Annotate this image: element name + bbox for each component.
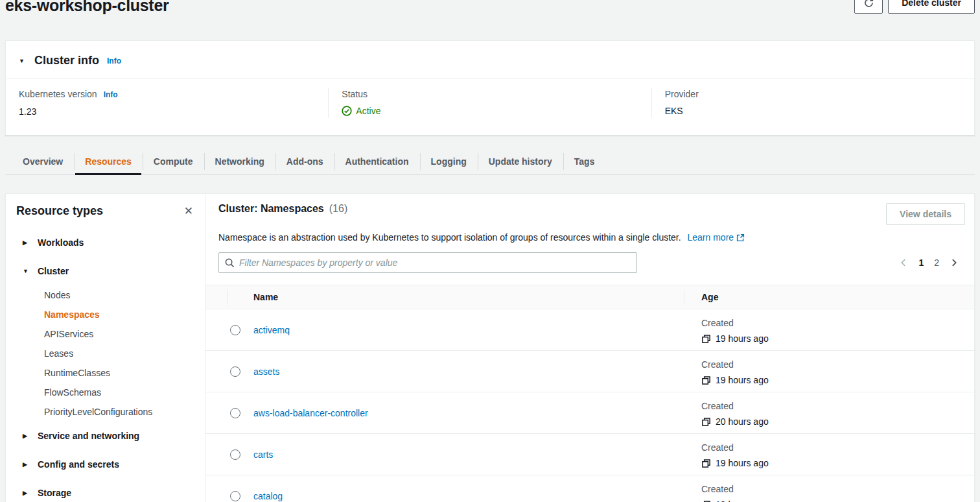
namespace-link[interactable]: catalog: [253, 491, 283, 501]
copy-icon[interactable]: [701, 500, 711, 502]
resources-panel: Resource types ✕ ▶Workloads▼ClusterNodes…: [5, 193, 975, 502]
cluster-info-title: Cluster info: [34, 54, 99, 67]
info-link[interactable]: Info: [104, 88, 118, 101]
refresh-icon: [863, 0, 874, 8]
copy-icon[interactable]: [701, 417, 711, 427]
sidebar-item-nodes[interactable]: Nodes: [16, 285, 194, 305]
select-cell: [205, 434, 240, 475]
field-label: Provider: [665, 88, 961, 101]
caret-right-icon: ▶: [23, 486, 30, 499]
table-row: cartsCreated19 hours ago: [205, 434, 974, 475]
age-cell: Created20 hours ago: [684, 392, 974, 433]
sidebar-group-service-and-networking[interactable]: ▶Service and networking: [16, 422, 194, 450]
namespace-link[interactable]: carts: [253, 449, 273, 460]
external-link-icon: [736, 233, 745, 242]
name-cell: catalog: [240, 475, 684, 502]
table-row: aws-load-balancer-controllerCreated20 ho…: [205, 392, 974, 434]
tab-bar: OverviewResourcesComputeNetworkingAdd-on…: [5, 149, 975, 175]
pagination-prev-button[interactable]: [899, 258, 908, 267]
sidebar-item-prioritylevelconfigurations[interactable]: PriorityLevelConfigurations: [16, 402, 194, 422]
sidebar-item-flowschemas[interactable]: FlowSchemas: [16, 383, 194, 402]
description-text: Namespace is an abstraction used by Kube…: [218, 232, 681, 243]
namespace-description: Namespace is an abstraction used by Kube…: [205, 231, 974, 244]
sidebar-item-apiservices[interactable]: APIServices: [16, 324, 194, 344]
sidebar-group-config-and-secrets[interactable]: ▶Config and secrets: [16, 450, 194, 479]
sidebar-item-leases[interactable]: Leases: [16, 344, 194, 363]
select-cell: [205, 351, 240, 392]
copy-icon[interactable]: [701, 376, 711, 385]
field-value: 1.23: [19, 105, 315, 118]
field-label-text: Provider: [665, 88, 699, 101]
table-row: activemqCreated19 hours ago: [205, 309, 974, 351]
sidebar-group-workloads[interactable]: ▶Workloads: [16, 228, 194, 257]
sidebar-group-cluster[interactable]: ▼Cluster: [16, 257, 194, 285]
page-title: eks-workshop-cluster: [5, 0, 169, 15]
delete-cluster-button[interactable]: Delete cluster: [888, 0, 975, 14]
created-label: Created: [701, 400, 974, 412]
tab-tags[interactable]: Tags: [563, 149, 606, 174]
namespace-link[interactable]: assets: [253, 366, 279, 377]
age-cell: Created19 hours ago: [684, 351, 974, 392]
sidebar-title: Resource types: [16, 204, 103, 218]
header-actions: Delete cluster: [854, 0, 975, 14]
row-radio-button[interactable]: [230, 325, 240, 335]
age-value: 19 hours ago: [716, 374, 769, 387]
resource-types-sidebar: Resource types ✕ ▶Workloads▼ClusterNodes…: [6, 194, 205, 502]
created-label: Created: [701, 317, 974, 329]
view-details-button[interactable]: View details: [886, 203, 965, 225]
filter-box: [218, 252, 637, 273]
namespaces-table: Name Age activemqCreated19 hours agoasse…: [205, 285, 974, 502]
created-label: Created: [701, 358, 974, 371]
cluster-info-field: ProviderEKS: [651, 88, 974, 118]
info-link[interactable]: Info: [107, 56, 121, 66]
close-icon[interactable]: ✕: [183, 204, 194, 218]
namespace-link[interactable]: aws-load-balancer-controller: [253, 408, 368, 418]
sidebar-header: Resource types ✕: [16, 204, 194, 218]
tab-add-ons[interactable]: Add-ons: [275, 149, 334, 174]
copy-icon[interactable]: [701, 459, 711, 468]
sidebar-group-label: Config and secrets: [38, 458, 119, 471]
age-line: 19 hours ago: [701, 498, 974, 502]
refresh-button[interactable]: [854, 0, 883, 14]
tab-authentication[interactable]: Authentication: [334, 149, 420, 174]
pagination-page-1[interactable]: 1: [918, 257, 924, 268]
row-radio-button[interactable]: [230, 366, 240, 377]
tab-resources[interactable]: Resources: [74, 149, 143, 174]
sidebar-group-storage[interactable]: ▶Storage: [16, 479, 194, 502]
age-line: 19 hours ago: [701, 457, 974, 470]
sidebar-item-namespaces[interactable]: Namespaces: [16, 305, 194, 324]
cluster-info-field: StatusActive: [328, 88, 651, 118]
cluster-info-panel: ▼ Cluster info Info Kubernetes versionIn…: [5, 40, 975, 136]
copy-icon[interactable]: [701, 334, 711, 344]
tab-networking[interactable]: Networking: [204, 149, 275, 174]
age-column-header[interactable]: Age: [684, 292, 974, 302]
tab-compute[interactable]: Compute: [143, 149, 204, 174]
name-cell: assets: [240, 351, 684, 392]
tab-overview[interactable]: Overview: [12, 149, 74, 174]
row-radio-button[interactable]: [230, 491, 240, 501]
sidebar-group-label: Storage: [38, 486, 71, 499]
caret-right-icon: ▶: [23, 458, 30, 471]
check-circle-icon: [342, 106, 352, 116]
learn-more-label: Learn more: [688, 231, 734, 244]
field-label-text: Kubernetes version: [19, 88, 97, 101]
table-header: Name Age: [205, 285, 974, 309]
pagination-page-2[interactable]: 2: [934, 257, 939, 268]
name-column-header[interactable]: Name: [228, 285, 684, 309]
cluster-info-header[interactable]: ▼ Cluster info Info: [6, 41, 974, 78]
age-value: 20 hours ago: [716, 415, 769, 428]
sidebar-item-runtimeclasses[interactable]: RuntimeClasses: [16, 363, 194, 383]
namespace-link[interactable]: activemq: [253, 325, 290, 335]
status-text: Active: [356, 104, 380, 117]
tab-logging[interactable]: Logging: [420, 149, 478, 174]
row-radio-button[interactable]: [230, 408, 240, 418]
pagination-next-button[interactable]: [950, 258, 959, 267]
table-row: catalogCreated19 hours ago: [205, 475, 974, 502]
row-radio-button[interactable]: [230, 449, 240, 460]
learn-more-link[interactable]: Learn more: [688, 231, 745, 244]
sidebar-group-label: Workloads: [38, 236, 84, 249]
tab-update-history[interactable]: Update history: [478, 149, 563, 174]
filter-input[interactable]: [239, 257, 631, 268]
pagination: 12: [899, 257, 959, 268]
page-header: eks-workshop-cluster Delete cluster: [0, 0, 980, 27]
